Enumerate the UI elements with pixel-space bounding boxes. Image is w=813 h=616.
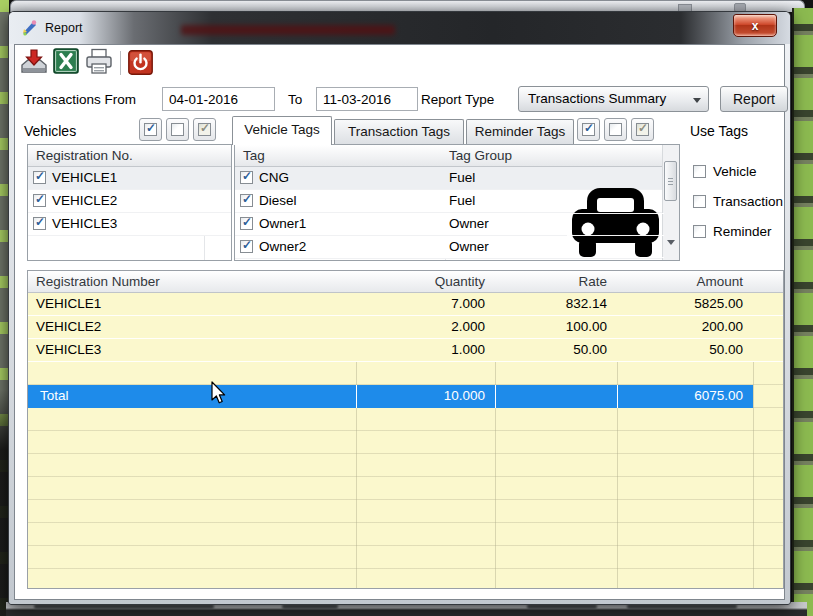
- tab-reminder-tags[interactable]: Reminder Tags: [466, 119, 574, 144]
- tag-checkbox[interactable]: [240, 171, 253, 184]
- close-button[interactable]: x: [733, 14, 777, 37]
- checkbox-checked-icon: [144, 123, 157, 136]
- checkbox-partial-icon: [636, 123, 649, 136]
- vehicles-uncheck-all-button[interactable]: [166, 118, 189, 141]
- print-button[interactable]: [84, 48, 114, 77]
- tag-name: Diesel: [259, 193, 297, 208]
- vehicle-name: VEHICLE1: [52, 170, 117, 185]
- scroll-down-button[interactable]: [663, 244, 679, 260]
- vehicle-checkbox[interactable]: [33, 194, 46, 207]
- checkbox-partial-icon: [198, 123, 211, 136]
- report-button[interactable]: Report: [720, 86, 788, 112]
- tags-invert-check-button[interactable]: [631, 118, 654, 141]
- tag-checkbox[interactable]: [240, 194, 253, 207]
- tag-checkbox[interactable]: [240, 217, 253, 230]
- cell-quantity: 1.000: [356, 342, 495, 357]
- scroll-thumb[interactable]: [664, 161, 677, 201]
- cell-rate: 100.00: [495, 319, 617, 334]
- use-tags-transaction-option[interactable]: Transaction: [693, 194, 783, 212]
- vehicle-usetag-checkbox[interactable]: [693, 165, 706, 178]
- window-title: Report: [45, 21, 83, 35]
- tag-group: Fuel: [449, 193, 475, 208]
- tag-checkbox[interactable]: [240, 240, 253, 253]
- printer-icon: [84, 48, 114, 76]
- vehicles-label: Vehicles: [24, 123, 76, 139]
- titlebar[interactable]: Report x: [9, 12, 790, 44]
- transaction-usetag-checkbox[interactable]: [693, 195, 706, 208]
- vehicle-name: VEHICLE2: [52, 193, 117, 208]
- report-window: Report x: [8, 11, 791, 605]
- report-table: Registration Number Quantity Rate Amount…: [27, 270, 784, 589]
- tab-vehicle-tags[interactable]: Vehicle Tags: [232, 116, 332, 145]
- cell-amount: 5825.00: [617, 296, 753, 311]
- total-rate: [495, 385, 617, 408]
- report-type-value: Transactions Summary: [528, 91, 666, 106]
- from-date-input[interactable]: [162, 87, 275, 111]
- tab-transaction-tags[interactable]: Transaction Tags: [334, 119, 464, 144]
- cell-registration: VEHICLE3: [36, 342, 101, 357]
- report-type-label: Report Type: [421, 92, 494, 107]
- report-row[interactable]: VEHICLE1 7.000 832.14 5825.00: [28, 293, 783, 316]
- checkbox-checked-icon: [582, 123, 595, 136]
- tags-check-all-button[interactable]: [577, 118, 600, 141]
- export-excel-button[interactable]: [52, 48, 80, 77]
- use-tags-reminder-option[interactable]: Reminder: [693, 224, 772, 242]
- tag-group: Fuel: [449, 170, 475, 185]
- tag-column-header: Tag: [243, 148, 265, 163]
- cell-amount: 50.00: [617, 342, 753, 357]
- tag-group: Owner: [449, 216, 489, 231]
- save-report-button[interactable]: [19, 48, 49, 77]
- app-icon[interactable]: [21, 19, 38, 36]
- toolbar-separator: [120, 51, 121, 75]
- option-label: Vehicle: [713, 164, 757, 179]
- report-row[interactable]: VEHICLE3 1.000 50.00 50.00: [28, 339, 783, 362]
- excel-icon: [53, 48, 79, 74]
- vehicle-row[interactable]: VEHICLE3: [28, 213, 231, 236]
- cell-rate: 832.14: [495, 296, 617, 311]
- vehicle-checkbox[interactable]: [33, 171, 46, 184]
- tags-uncheck-all-button[interactable]: [604, 118, 627, 141]
- col-rate: Rate: [495, 274, 617, 289]
- power-icon: [128, 50, 153, 75]
- total-quantity: 10.000: [356, 385, 495, 408]
- vehicles-list: Registration No. VEHICLE1 VEHICLE2 VEHIC…: [27, 144, 232, 261]
- vehicle-checkbox[interactable]: [33, 217, 46, 230]
- scroll-up-button[interactable]: [663, 145, 679, 161]
- vehicle-row[interactable]: VEHICLE2: [28, 190, 231, 213]
- triangle-down-icon: [667, 240, 675, 260]
- cell-quantity: 7.000: [356, 296, 495, 311]
- report-row[interactable]: VEHICLE2 2.000 100.00 200.00: [28, 316, 783, 339]
- to-date-input[interactable]: [316, 87, 418, 111]
- checkbox-empty-icon: [171, 123, 184, 136]
- exit-button[interactable]: [128, 50, 153, 75]
- client-area: Transactions From To Report Type Transac…: [14, 44, 785, 600]
- total-row[interactable]: Total 10.000 6075.00: [28, 385, 753, 408]
- reminder-usetag-checkbox[interactable]: [693, 225, 706, 238]
- vehicle-name: VEHICLE3: [52, 216, 117, 231]
- chevron-down-icon: [693, 98, 701, 103]
- vehicle-row[interactable]: VEHICLE1: [28, 167, 231, 190]
- desktop-background-right: [792, 8, 813, 616]
- cell-rate: 50.00: [495, 342, 617, 357]
- to-label: To: [288, 92, 302, 107]
- vehicles-list-header: Registration No.: [28, 145, 231, 167]
- tag-group: Owner: [449, 239, 489, 254]
- parent-title-blurred: [181, 25, 395, 35]
- screen: Report x: [0, 0, 813, 616]
- cell-amount: 200.00: [617, 319, 753, 334]
- option-label: Transaction: [713, 194, 783, 209]
- tag-name: Owner2: [259, 239, 306, 254]
- use-tags-label: Use Tags: [690, 123, 748, 139]
- transactions-from-label: Transactions From: [24, 92, 136, 107]
- col-registration-number: Registration Number: [36, 274, 160, 289]
- total-amount: 6075.00: [617, 385, 753, 408]
- use-tags-vehicle-option[interactable]: Vehicle: [693, 164, 757, 182]
- tag-table-header: Tag Tag Group: [235, 145, 679, 167]
- scrollbar[interactable]: [662, 145, 679, 260]
- vehicles-check-all-button[interactable]: [139, 118, 162, 141]
- report-type-select[interactable]: Transactions Summary: [518, 86, 709, 112]
- cell-registration: VEHICLE1: [36, 296, 101, 311]
- tag-name: CNG: [259, 170, 289, 185]
- vehicles-invert-check-button[interactable]: [193, 118, 216, 141]
- car-icon: [567, 186, 664, 261]
